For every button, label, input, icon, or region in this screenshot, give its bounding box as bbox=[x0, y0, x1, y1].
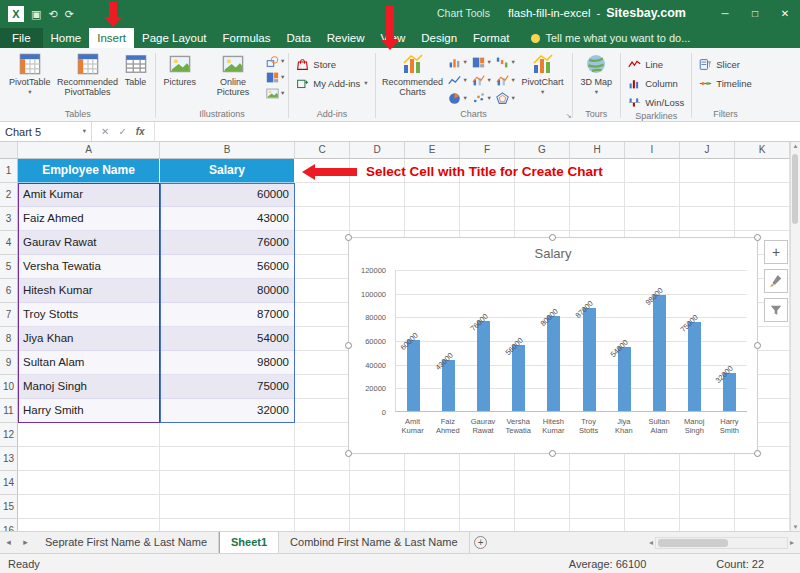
select-all-corner[interactable] bbox=[0, 142, 18, 159]
cell-B4[interactable]: 76000 bbox=[160, 231, 295, 255]
row-header-3[interactable]: 3 bbox=[0, 207, 18, 231]
restore-button[interactable]: □ bbox=[740, 0, 770, 28]
cell-J3[interactable] bbox=[680, 207, 735, 231]
sheet-tab-seprate-first-name-last-name[interactable]: Seprate First Name & Last Name bbox=[34, 532, 219, 553]
cell-C11[interactable] bbox=[295, 399, 350, 423]
chart-handle[interactable] bbox=[549, 234, 556, 241]
tab-format[interactable]: Format bbox=[465, 28, 517, 48]
cell-C8[interactable] bbox=[295, 327, 350, 351]
bar-hitesh-kumar[interactable] bbox=[547, 316, 560, 411]
cell-C9[interactable] bbox=[295, 351, 350, 375]
cell-A12[interactable] bbox=[18, 423, 160, 447]
bar-gaurav-rawat[interactable] bbox=[477, 321, 490, 411]
cell-I16[interactable] bbox=[625, 519, 680, 531]
bar-versha-tewatia[interactable] bbox=[512, 345, 525, 411]
cell-F2[interactable] bbox=[460, 183, 515, 207]
row-header-10[interactable]: 10 bbox=[0, 375, 18, 399]
cell-A14[interactable] bbox=[18, 471, 160, 495]
online-pictures-button[interactable]: Online Pictures bbox=[200, 50, 266, 98]
cell-C6[interactable] bbox=[295, 279, 350, 303]
cell-C5[interactable] bbox=[295, 255, 350, 279]
cell-E14[interactable] bbox=[405, 471, 460, 495]
tab-page-layout[interactable]: Page Layout bbox=[134, 28, 215, 48]
save-icon[interactable]: ▣ bbox=[31, 8, 41, 21]
vertical-scrollbar[interactable]: ▲ ▼ bbox=[790, 142, 800, 531]
cell-K14[interactable] bbox=[735, 471, 790, 495]
cell-B11[interactable]: 32000 bbox=[160, 399, 295, 423]
screenshot-button[interactable]: ▾ bbox=[266, 87, 284, 100]
cell-K15[interactable] bbox=[735, 495, 790, 519]
column-header-b[interactable]: B bbox=[160, 142, 295, 159]
cell-A15[interactable] bbox=[18, 495, 160, 519]
new-sheet-button[interactable]: + bbox=[470, 532, 492, 553]
sparkline-winloss-button[interactable]: Win/Loss bbox=[625, 95, 687, 110]
chart-type-statistic-button[interactable]: ▾ bbox=[470, 74, 494, 87]
scroll-up-icon[interactable]: ▲ bbox=[791, 143, 800, 149]
column-header-h[interactable]: H bbox=[570, 142, 625, 159]
bar-troy-stotts[interactable] bbox=[583, 308, 596, 411]
cell-B12[interactable] bbox=[160, 423, 295, 447]
cell-F16[interactable] bbox=[460, 519, 515, 531]
cell-E15[interactable] bbox=[405, 495, 460, 519]
cell-H15[interactable] bbox=[570, 495, 625, 519]
tab-home[interactable]: Home bbox=[43, 28, 90, 48]
shapes-button[interactable]: ▾ bbox=[266, 55, 284, 68]
chart-type-combo-button[interactable]: ▾ bbox=[494, 74, 518, 87]
row-header-5[interactable]: 5 bbox=[0, 255, 18, 279]
horizontal-scrollbar[interactable]: ◂ ▸ bbox=[649, 535, 794, 550]
column-header-c[interactable]: C bbox=[295, 142, 350, 159]
cell-B16[interactable] bbox=[160, 519, 295, 531]
chart-styles-button[interactable] bbox=[764, 269, 788, 293]
chart-type-line-button[interactable]: ▾ bbox=[446, 74, 470, 87]
cell-B5[interactable]: 56000 bbox=[160, 255, 295, 279]
cell-F3[interactable] bbox=[460, 207, 515, 231]
recommended-pivottables-button[interactable]: Recommended PivotTables bbox=[55, 50, 121, 98]
name-box[interactable]: Chart 5 ▾ bbox=[0, 122, 92, 141]
cell-J2[interactable] bbox=[680, 183, 735, 207]
chart-type-column-button[interactable]: ▾ bbox=[446, 56, 470, 69]
row-header-2[interactable]: 2 bbox=[0, 183, 18, 207]
bar-sultan-alam[interactable] bbox=[653, 295, 666, 411]
cell-I3[interactable] bbox=[625, 207, 680, 231]
chart-type-hierarchy-button[interactable]: ▾ bbox=[470, 56, 494, 69]
cell-D16[interactable] bbox=[350, 519, 405, 531]
cell-G15[interactable] bbox=[515, 495, 570, 519]
row-header-16[interactable]: 16 bbox=[0, 519, 18, 531]
cell-J15[interactable] bbox=[680, 495, 735, 519]
chart-handle[interactable] bbox=[754, 234, 761, 241]
sparkline-line-button[interactable]: Line bbox=[625, 57, 687, 72]
cell-H16[interactable] bbox=[570, 519, 625, 531]
cell-E2[interactable] bbox=[405, 183, 460, 207]
row-header-12[interactable]: 12 bbox=[0, 423, 18, 447]
tab-file[interactable]: File bbox=[0, 28, 43, 48]
row-header-8[interactable]: 8 bbox=[0, 327, 18, 351]
vertical-scroll-thumb[interactable] bbox=[792, 154, 798, 224]
cell-B7[interactable]: 87000 bbox=[160, 303, 295, 327]
smartart-button[interactable]: ▾ bbox=[266, 71, 284, 84]
cell-A9[interactable]: Sultan Alam bbox=[18, 351, 160, 375]
tab-data[interactable]: Data bbox=[279, 28, 319, 48]
enter-icon[interactable]: ✓ bbox=[118, 126, 126, 137]
close-button[interactable]: ✕ bbox=[770, 0, 800, 28]
cell-C7[interactable] bbox=[295, 303, 350, 327]
tab-formulas[interactable]: Formulas bbox=[215, 28, 279, 48]
cell-K2[interactable] bbox=[735, 183, 790, 207]
cell-I15[interactable] bbox=[625, 495, 680, 519]
row-header-11[interactable]: 11 bbox=[0, 399, 18, 423]
minimize-button[interactable]: ─ bbox=[710, 0, 740, 28]
formula-input[interactable] bbox=[155, 122, 800, 141]
cell-F15[interactable] bbox=[460, 495, 515, 519]
embedded-chart[interactable]: Salary 020000400006000080000100000120000… bbox=[348, 237, 758, 454]
cell-H2[interactable] bbox=[570, 183, 625, 207]
cell-G2[interactable] bbox=[515, 183, 570, 207]
scroll-left-icon[interactable]: ◂ bbox=[649, 538, 653, 547]
column-header-d[interactable]: D bbox=[350, 142, 405, 159]
cell-B6[interactable]: 80000 bbox=[160, 279, 295, 303]
3d-map-button[interactable]: 3D Map ▾ bbox=[577, 50, 617, 96]
cell-A10[interactable]: Manoj Singh bbox=[18, 375, 160, 399]
tell-me-box[interactable]: Tell me what you want to do... bbox=[531, 28, 690, 48]
cell-A16[interactable] bbox=[18, 519, 160, 531]
cell-C2[interactable] bbox=[295, 183, 350, 207]
cell-B14[interactable] bbox=[160, 471, 295, 495]
cell-I14[interactable] bbox=[625, 471, 680, 495]
